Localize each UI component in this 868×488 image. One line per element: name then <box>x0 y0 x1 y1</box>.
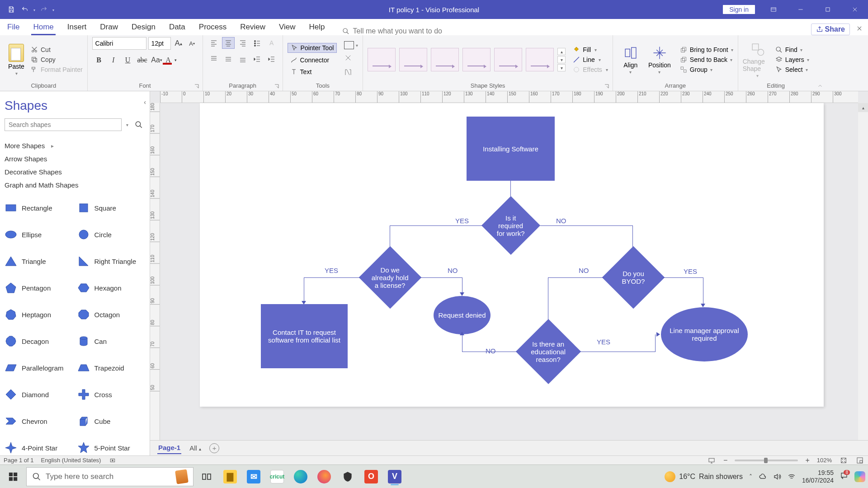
styles-launcher-icon[interactable] <box>604 84 610 90</box>
close-pane-icon[interactable] <box>856 25 863 33</box>
start-button[interactable] <box>3 467 24 486</box>
gallery-more-icon[interactable]: ▾ <box>557 64 566 71</box>
flowchart-process-node[interactable]: Contact IT to request software from offi… <box>261 304 348 368</box>
tab-process[interactable]: Process <box>197 20 228 35</box>
strikethrough-button[interactable]: abc <box>136 54 149 66</box>
shapes-search-input[interactable] <box>5 118 122 131</box>
shape-stencil-item[interactable]: Trapezoid <box>77 357 146 379</box>
shape-stencil-item[interactable]: Heptagon <box>5 304 73 325</box>
align-right-button[interactable] <box>236 37 249 49</box>
maximize-button[interactable] <box>815 0 841 19</box>
flowchart-terminator-node[interactable]: Line manager approval required <box>661 307 748 361</box>
find-button[interactable]: Find▾ <box>775 46 809 53</box>
shape-stencil-item[interactable]: Decagon <box>5 330 73 352</box>
paste-button[interactable]: Paste ▾ <box>5 44 28 76</box>
flowchart-connector[interactable] <box>304 277 304 302</box>
position-button[interactable]: Position▾ <box>646 45 673 75</box>
clear-format-button[interactable]: A <box>265 37 278 49</box>
zoom-out-button[interactable]: − <box>723 456 727 465</box>
delete-tool-icon[interactable] <box>344 54 358 64</box>
style-thumb[interactable] <box>494 48 522 71</box>
zoom-slider[interactable] <box>735 460 798 461</box>
flowchart-connector[interactable] <box>390 225 482 226</box>
system-clock[interactable]: 19:55 16/07/2024 <box>802 469 834 484</box>
add-page-button[interactable]: + <box>209 443 219 453</box>
paragraph-launcher-icon[interactable] <box>274 84 280 90</box>
grow-font-button[interactable]: A▴ <box>173 37 184 50</box>
align-bottom-button[interactable] <box>236 53 249 65</box>
change-shape-button[interactable]: Change Shape▾ <box>743 42 773 78</box>
underline-button[interactable]: U <box>121 54 135 66</box>
ribbon-display-options-icon[interactable] <box>760 0 787 19</box>
volume-icon[interactable] <box>773 473 781 481</box>
shape-stencil-item[interactable]: Cross <box>77 384 146 405</box>
tab-home[interactable]: Home <box>31 20 55 35</box>
shape-stencil-item[interactable]: Triangle <box>5 250 73 272</box>
flowchart-connector[interactable] <box>663 277 703 278</box>
zoom-level[interactable]: 102% <box>817 457 832 464</box>
zoom-in-button[interactable]: + <box>805 456 809 465</box>
flowchart-decision-node[interactable]: Is there an educational reason? <box>516 319 581 384</box>
shape-stencil-item[interactable]: Octagon <box>77 304 146 325</box>
tell-me-search[interactable]: Tell me what you want to do <box>342 27 442 35</box>
style-gallery[interactable]: ▴ ▾ ▾ <box>368 48 566 71</box>
flowchart-connector[interactable] <box>548 277 604 278</box>
shape-category[interactable]: Decorative Shapes <box>5 165 145 178</box>
flowchart-connector[interactable] <box>655 334 656 352</box>
flowchart-terminator-node[interactable]: Request denied <box>434 296 491 334</box>
shape-stencil-item[interactable]: Can <box>77 330 146 352</box>
notifications-icon[interactable]: 8 <box>840 472 848 481</box>
rectangle-tool-button[interactable]: ▾ <box>344 41 358 49</box>
search-submit-icon[interactable] <box>132 118 145 131</box>
font-launcher-icon[interactable] <box>193 84 200 90</box>
flowchart-connector[interactable] <box>462 352 518 352</box>
shape-stencil-item[interactable]: Chevron <box>5 410 73 432</box>
shape-category[interactable]: Graph and Math Shapes <box>5 178 145 192</box>
gallery-down-icon[interactable]: ▾ <box>557 56 566 63</box>
fill-button[interactable]: Fill▾ <box>573 46 608 53</box>
vertical-scrollbar[interactable]: ▴ ▾ <box>858 103 868 455</box>
flowchart-connector[interactable] <box>580 352 656 352</box>
shape-category[interactable]: More Shapes <box>5 139 145 152</box>
tab-review[interactable]: Review <box>238 20 267 35</box>
weather-widget[interactable]: 16°C Rain showers <box>665 471 743 482</box>
taskbar-app-edge[interactable] <box>290 467 311 486</box>
style-thumb[interactable] <box>431 48 459 71</box>
shapes-pane-collapse-icon[interactable]: ‹ <box>144 99 146 106</box>
save-icon[interactable] <box>6 5 16 14</box>
tab-insert[interactable]: Insert <box>66 20 89 35</box>
decrease-indent-button[interactable] <box>251 53 264 65</box>
format-painter-button[interactable]: Format Painter <box>31 66 83 73</box>
tab-design[interactable]: Design <box>130 20 157 35</box>
undo-dropdown-icon[interactable]: ▾ <box>33 8 35 12</box>
tab-view[interactable]: View <box>277 20 297 35</box>
qat-more-icon[interactable]: ▾ <box>52 8 54 12</box>
pointer-tool-button[interactable]: Pointer Tool <box>288 43 337 53</box>
copy-button[interactable]: Copy <box>31 56 83 63</box>
flowchart-connector[interactable] <box>462 334 462 352</box>
flowchart-connector[interactable] <box>703 277 703 305</box>
bring-to-front-button[interactable]: Bring to Front▾ <box>680 46 733 53</box>
close-button[interactable] <box>842 0 868 19</box>
shape-stencil-item[interactable]: Hexagon <box>77 277 146 299</box>
gallery-up-icon[interactable]: ▴ <box>557 48 566 55</box>
bullets-button[interactable] <box>251 37 264 49</box>
taskbar-app-mail[interactable]: ✉ <box>243 467 264 486</box>
shape-stencil-item[interactable]: Square <box>77 197 146 219</box>
shape-stencil-item[interactable]: Pentagon <box>5 277 73 299</box>
change-case-button[interactable]: Aa▾ <box>150 54 164 66</box>
taskbar-app-visio[interactable]: V <box>384 467 405 486</box>
bold-button[interactable]: B <box>92 54 106 66</box>
flowchart-connector[interactable] <box>420 277 462 278</box>
shape-stencil-item[interactable]: Rectangle <box>5 197 73 219</box>
shrink-font-button[interactable]: A▾ <box>186 37 198 50</box>
font-color-button[interactable]: A▾ <box>165 54 178 66</box>
pan-zoom-icon[interactable] <box>855 456 864 465</box>
style-thumb[interactable] <box>399 48 427 71</box>
flowchart-decision-node[interactable]: Do you BYOD? <box>602 246 665 309</box>
italic-button[interactable]: I <box>107 54 120 66</box>
style-thumb[interactable] <box>462 48 491 71</box>
all-pages-button[interactable]: All ▴ <box>189 444 201 452</box>
drawing-page[interactable]: Installing Software Is it required for w… <box>200 103 824 407</box>
flowchart-decision-node[interactable]: Do we already hold a license? <box>359 246 422 309</box>
